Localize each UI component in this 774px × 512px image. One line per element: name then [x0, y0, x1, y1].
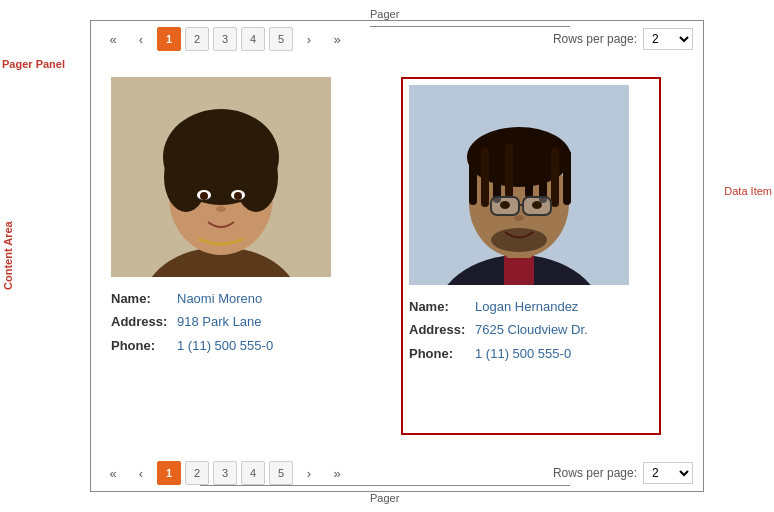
svg-point-12: [216, 206, 226, 212]
person-photo-1: [111, 77, 331, 277]
page-1-button-bottom[interactable]: 1: [157, 461, 181, 485]
rows-per-page-label-top: Rows per page:: [553, 32, 637, 46]
last-page-button-top[interactable]: »: [325, 27, 349, 51]
svg-rect-25: [505, 143, 513, 198]
person-1-address-row: Address: 918 Park Lane: [111, 310, 371, 333]
page-4-button-bottom[interactable]: 4: [241, 461, 265, 485]
svg-rect-21: [493, 145, 501, 203]
person-2-phone-value: 1 (11) 500 555-0: [475, 342, 571, 365]
rows-per-page-select-bottom[interactable]: 2 5 10 20: [643, 462, 693, 484]
svg-point-10: [200, 192, 208, 200]
person-2-phone-label: Phone:: [409, 342, 467, 365]
rows-per-page-top: Rows per page: 2 5 10 20: [553, 28, 693, 50]
bottom-pager-controls: « ‹ 1 2 3 4 5 › »: [101, 461, 349, 485]
content-area-label: Content Area: [2, 170, 14, 290]
person-card-1: Name: Naomi Moreno Address: 918 Park Lan…: [111, 77, 371, 435]
person-photo-2: [409, 85, 629, 285]
person-1-name-label: Name:: [111, 287, 169, 310]
page-2-button-bottom[interactable]: 2: [185, 461, 209, 485]
first-page-button-top[interactable]: «: [101, 27, 125, 51]
svg-rect-26: [525, 143, 533, 198]
person-1-name-value: Naomi Moreno: [177, 287, 262, 310]
svg-point-30: [500, 201, 510, 209]
svg-rect-23: [551, 147, 559, 207]
pager-bottom-label: Pager: [370, 492, 399, 504]
pager-top-label: Pager: [370, 8, 399, 20]
person-2-address-value: 7625 Cloudview Dr.: [475, 318, 588, 341]
page-1-button-top[interactable]: 1: [157, 27, 181, 51]
person-2-name-value: Logan Hernandez: [475, 295, 578, 318]
rows-per-page-select-top[interactable]: 2 5 10 20: [643, 28, 693, 50]
rows-per-page-bottom: Rows per page: 2 5 10 20: [553, 462, 693, 484]
person-1-phone-row: Phone: 1 (11) 500 555-0: [111, 334, 371, 357]
person-2-phone-row: Phone: 1 (11) 500 555-0: [409, 342, 653, 365]
person-info-2: Name: Logan Hernandez Address: 7625 Clou…: [409, 295, 653, 365]
bottom-pager: « ‹ 1 2 3 4 5 › » Rows per page: 2 5 10 …: [90, 455, 704, 492]
next-page-button-bottom[interactable]: ›: [297, 461, 321, 485]
svg-point-33: [491, 228, 547, 252]
person-1-phone-value: 1 (11) 500 555-0: [177, 334, 273, 357]
page-wrapper: Pager Pager Panel Content Area Data Item…: [0, 0, 774, 512]
prev-page-button-top[interactable]: ‹: [129, 27, 153, 51]
page-2-button-top[interactable]: 2: [185, 27, 209, 51]
page-4-button-top[interactable]: 4: [241, 27, 265, 51]
svg-point-7: [171, 112, 271, 172]
next-page-button-top[interactable]: ›: [297, 27, 321, 51]
person-2-address-row: Address: 7625 Cloudview Dr.: [409, 318, 653, 341]
pager-panel-label: Pager Panel: [2, 58, 65, 70]
last-page-button-bottom[interactable]: »: [325, 461, 349, 485]
svg-point-31: [532, 201, 542, 209]
person-1-address-label: Address:: [111, 310, 169, 333]
svg-point-32: [514, 215, 524, 221]
top-pager-controls: « ‹ 1 2 3 4 5 › »: [101, 27, 349, 51]
page-5-button-top[interactable]: 5: [269, 27, 293, 51]
svg-rect-20: [481, 147, 489, 207]
pager-bottom-line: [200, 485, 570, 486]
content-area: Name: Naomi Moreno Address: 918 Park Lan…: [90, 57, 704, 455]
prev-page-button-bottom[interactable]: ‹: [129, 461, 153, 485]
first-page-button-bottom[interactable]: «: [101, 461, 125, 485]
svg-point-11: [234, 192, 242, 200]
person-1-phone-label: Phone:: [111, 334, 169, 357]
rows-per-page-label-bottom: Rows per page:: [553, 466, 637, 480]
page-3-button-bottom[interactable]: 3: [213, 461, 237, 485]
svg-rect-19: [469, 150, 477, 205]
page-3-button-top[interactable]: 3: [213, 27, 237, 51]
pager-top-line: [370, 26, 570, 27]
data-item-label: Data Item: [724, 185, 772, 197]
person-1-address-value: 918 Park Lane: [177, 310, 262, 333]
page-5-button-bottom[interactable]: 5: [269, 461, 293, 485]
person-card-2: Name: Logan Hernandez Address: 7625 Clou…: [401, 77, 661, 435]
person-2-address-label: Address:: [409, 318, 467, 341]
person-info-1: Name: Naomi Moreno Address: 918 Park Lan…: [111, 287, 371, 357]
svg-rect-24: [563, 150, 571, 205]
person-2-name-label: Name:: [409, 295, 467, 318]
person-2-name-row: Name: Logan Hernandez: [409, 295, 653, 318]
person-1-name-row: Name: Naomi Moreno: [111, 287, 371, 310]
svg-rect-22: [539, 145, 547, 203]
